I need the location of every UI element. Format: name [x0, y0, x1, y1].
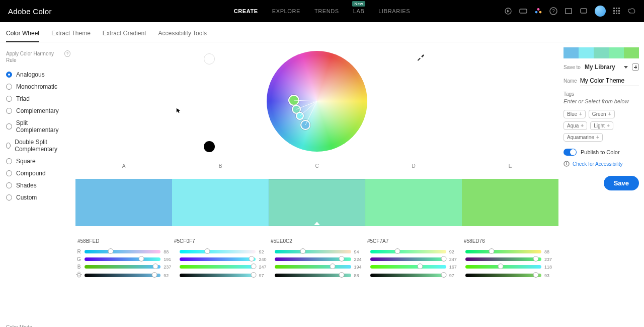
- cc-icon[interactable]: [628, 7, 636, 15]
- check-accessibility-link[interactable]: Check for Accessibility: [564, 161, 639, 167]
- slider-value[interactable]: 118: [541, 265, 553, 270]
- eyedropper-icon[interactable]: [416, 52, 425, 63]
- nav-lab[interactable]: LABNew: [353, 8, 365, 14]
- slider-track[interactable]: [180, 257, 256, 261]
- slider-thumb[interactable]: [300, 248, 306, 254]
- swatch[interactable]: [75, 179, 172, 226]
- slider-track[interactable]: [85, 250, 160, 253]
- slider-thumb[interactable]: [489, 248, 494, 254]
- publish-toggle[interactable]: [564, 149, 577, 156]
- slider-value[interactable]: 92: [446, 249, 458, 254]
- tag-chip[interactable]: Blue+: [564, 110, 586, 118]
- tab-accessibility-tools[interactable]: Accessibility Tools: [158, 30, 207, 42]
- slider-value[interactable]: 247: [256, 265, 268, 270]
- slider-track[interactable]: [85, 265, 160, 269]
- slider-value[interactable]: 240: [256, 257, 268, 262]
- tag-chip[interactable]: Green+: [589, 110, 615, 118]
- slider-thumb[interactable]: [152, 272, 157, 278]
- color-wheel[interactable]: [264, 48, 370, 154]
- slider-track[interactable]: [465, 265, 541, 269]
- slider-thumb[interactable]: [533, 256, 539, 261]
- swatch[interactable]: [462, 179, 558, 226]
- hex-value[interactable]: #5CF0F7: [172, 234, 269, 247]
- hex-value[interactable]: #5EE0C2: [269, 234, 365, 247]
- white-swatch[interactable]: [204, 53, 215, 64]
- slider-track[interactable]: [370, 265, 446, 269]
- hex-value[interactable]: #58ED76: [462, 234, 558, 247]
- slider-value[interactable]: 88: [541, 249, 553, 254]
- nav-explore[interactable]: EXPLORE: [272, 8, 300, 14]
- slider-value[interactable]: 194: [351, 265, 363, 270]
- slider-track[interactable]: [85, 257, 160, 261]
- slider-track[interactable]: [370, 257, 446, 261]
- tab-extract-theme[interactable]: Extract Theme: [51, 30, 91, 42]
- slider-track[interactable]: [465, 274, 541, 277]
- slider-value[interactable]: 224: [351, 257, 363, 262]
- tag-chip[interactable]: Aqua+: [564, 121, 587, 130]
- slider-track[interactable]: [465, 257, 541, 261]
- rule-split-complementary[interactable]: Split Complementary: [6, 117, 70, 136]
- slider-value[interactable]: 93: [541, 273, 553, 278]
- library-select[interactable]: My Library: [585, 63, 628, 71]
- learn-icon[interactable]: [565, 7, 573, 15]
- slider-thumb[interactable]: [441, 272, 447, 278]
- slider-track[interactable]: [370, 274, 446, 277]
- behance-icon[interactable]: [519, 7, 527, 15]
- slider-thumb[interactable]: [417, 264, 423, 269]
- rule-compound[interactable]: Compound: [6, 167, 70, 179]
- slider-value[interactable]: 92: [256, 249, 268, 254]
- nav-trends[interactable]: TRENDS: [314, 8, 339, 14]
- slider-thumb[interactable]: [108, 248, 114, 254]
- color-logo-icon[interactable]: [534, 7, 542, 15]
- slider-thumb[interactable]: [251, 272, 256, 278]
- slider-value[interactable]: 88: [160, 249, 173, 254]
- rule-complementary[interactable]: Complementary: [6, 105, 70, 117]
- nav-create[interactable]: CREATE: [234, 8, 258, 14]
- slider-thumb[interactable]: [339, 272, 345, 278]
- slider-track[interactable]: [85, 274, 160, 277]
- add-library-button[interactable]: [632, 63, 639, 71]
- avatar[interactable]: [595, 6, 606, 17]
- slider-track[interactable]: [180, 265, 256, 269]
- slider-value[interactable]: 167: [446, 265, 458, 270]
- slider-track[interactable]: [180, 274, 256, 277]
- slider-value[interactable]: 92: [160, 273, 173, 278]
- slider-value[interactable]: 237: [541, 257, 553, 262]
- slider-thumb[interactable]: [441, 256, 447, 261]
- announce-icon[interactable]: [504, 7, 512, 15]
- slider-thumb[interactable]: [249, 256, 254, 261]
- tag-chip[interactable]: Light+: [590, 121, 613, 130]
- swatch[interactable]: [269, 179, 365, 226]
- slider-track[interactable]: [465, 250, 541, 253]
- slider-thumb[interactable]: [498, 264, 503, 269]
- help-icon[interactable]: ?: [549, 7, 557, 15]
- black-swatch[interactable]: [204, 141, 215, 152]
- save-button[interactable]: Save: [604, 176, 639, 190]
- slider-value[interactable]: 94: [351, 249, 363, 254]
- slider-thumb[interactable]: [152, 264, 158, 269]
- rule-square[interactable]: Square: [6, 155, 70, 167]
- tags-input[interactable]: [564, 97, 639, 106]
- slider-track[interactable]: [275, 257, 351, 261]
- slider-value[interactable]: 191: [160, 257, 173, 262]
- nav-libraries[interactable]: LIBRARIES: [378, 8, 410, 14]
- help-tooltip-icon[interactable]: ?: [64, 50, 70, 57]
- slider-value[interactable]: 247: [446, 257, 458, 262]
- hex-value[interactable]: #58BFED: [75, 234, 172, 247]
- slider-value[interactable]: 237: [160, 265, 173, 270]
- slider-thumb[interactable]: [330, 264, 336, 269]
- slider-thumb[interactable]: [395, 248, 400, 254]
- slider-thumb[interactable]: [533, 272, 539, 278]
- slider-track[interactable]: [275, 265, 351, 269]
- swatch[interactable]: [172, 179, 269, 226]
- slider-track[interactable]: [275, 250, 351, 253]
- tag-chip[interactable]: Aquamarine+: [564, 133, 603, 142]
- hex-value[interactable]: #5CF7A7: [365, 234, 462, 247]
- rule-shades[interactable]: Shades: [6, 179, 70, 191]
- slider-thumb[interactable]: [251, 264, 256, 269]
- slider-thumb[interactable]: [339, 256, 345, 261]
- tab-color-wheel[interactable]: Color Wheel: [6, 30, 39, 42]
- slider-track[interactable]: [275, 274, 351, 277]
- rule-custom[interactable]: Custom: [6, 191, 70, 204]
- slider-value[interactable]: 97: [446, 273, 458, 278]
